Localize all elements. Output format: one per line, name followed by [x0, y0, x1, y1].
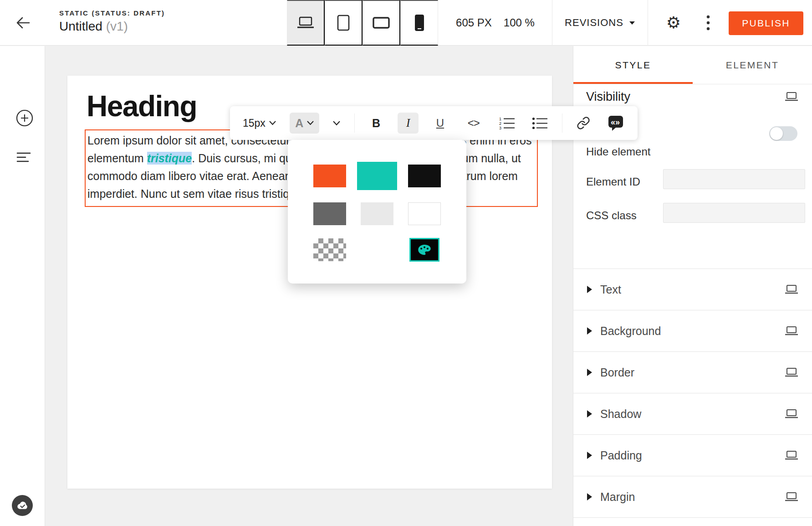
- page-status: STATIC (STATUS: DRAFT): [59, 9, 165, 17]
- color-swatch-light-gray[interactable]: [361, 202, 393, 225]
- underline-button[interactable]: U: [429, 113, 450, 134]
- laptop-icon: [785, 367, 798, 378]
- chevron-right-icon: [587, 410, 592, 418]
- css-class-label: CSS class: [586, 209, 637, 222]
- section-background[interactable]: Background: [573, 310, 812, 352]
- svg-text:2: 2: [499, 121, 501, 126]
- laptop-icon: [785, 409, 798, 419]
- page-builder-app: STATIC (STATUS: DRAFT) Untitled (v1): [0, 0, 812, 526]
- layers-icon: [15, 151, 32, 163]
- quote-button[interactable]: «»: [604, 113, 628, 134]
- text-format-toolbar: 15px A B I U <> 1 2 3: [230, 106, 638, 140]
- text-color-picker-popup: [288, 140, 466, 284]
- panel-tabs: STYLE ELEMENT: [573, 46, 812, 84]
- section-padding[interactable]: Padding: [573, 435, 812, 476]
- tablet-landscape-icon: [373, 17, 390, 29]
- revisions-dropdown[interactable]: REVISIONS: [552, 0, 648, 46]
- color-swatch-teal[interactable]: [357, 162, 397, 190]
- section-border[interactable]: Border: [573, 352, 812, 393]
- back-button[interactable]: [13, 15, 33, 30]
- italic-button[interactable]: I: [398, 113, 419, 134]
- device-desktop-button[interactable]: [287, 0, 325, 46]
- bullet-list-button[interactable]: [529, 113, 551, 134]
- device-tablet-button[interactable]: [325, 0, 363, 46]
- section-text[interactable]: Text: [573, 269, 812, 310]
- laptop-icon: [785, 492, 798, 502]
- visibility-section-title: Visibility: [586, 90, 630, 104]
- chevron-right-icon: [587, 452, 592, 459]
- section-device-toggle[interactable]: [785, 367, 798, 378]
- page-version: (v1): [106, 19, 128, 33]
- ordered-list-button[interactable]: 1 2 3: [496, 113, 518, 134]
- section-device-toggle[interactable]: [785, 492, 798, 502]
- custom-color-swatch[interactable]: [409, 238, 439, 262]
- color-swatch-black[interactable]: [408, 165, 441, 187]
- chevron-down-icon: [269, 121, 276, 125]
- save-status-indicator: [12, 495, 33, 516]
- add-widget-button[interactable]: [13, 108, 33, 128]
- cloud-check-icon: [16, 501, 29, 511]
- laptop-icon: [785, 284, 798, 295]
- element-id-input[interactable]: [663, 169, 805, 189]
- device-mobile-button[interactable]: [400, 0, 438, 46]
- phone-icon: [414, 14, 424, 31]
- section-shadow[interactable]: Shadow: [573, 393, 812, 435]
- left-toolbar: [0, 46, 45, 526]
- revisions-label: REVISIONS: [565, 17, 623, 29]
- laptop-icon: [785, 450, 798, 461]
- section-label: Background: [600, 325, 661, 338]
- palette-icon: [418, 244, 431, 256]
- more-options-button[interactable]: [698, 0, 719, 46]
- canvas-zoom-value: 100 %: [504, 16, 535, 29]
- svg-text:«»: «»: [611, 118, 620, 127]
- section-device-toggle[interactable]: [785, 326, 798, 336]
- color-swatch-white[interactable]: [408, 202, 441, 225]
- section-label: Text: [600, 283, 621, 296]
- css-class-input[interactable]: [663, 203, 805, 223]
- laptop-icon: [785, 92, 798, 102]
- visibility-device-toggle[interactable]: [785, 92, 798, 102]
- section-label: Margin: [600, 490, 635, 504]
- device-tablet-landscape-button[interactable]: [363, 0, 400, 46]
- chevron-right-icon: [587, 493, 592, 500]
- tab-element[interactable]: ELEMENT: [693, 46, 812, 84]
- svg-text:3: 3: [499, 126, 501, 129]
- color-swatch-orange[interactable]: [313, 165, 346, 187]
- color-swatch-dark-gray[interactable]: [313, 202, 346, 225]
- text-color-dropdown[interactable]: A: [290, 113, 319, 134]
- link-icon: [577, 116, 590, 130]
- caret-down-icon: [629, 21, 635, 25]
- section-device-toggle[interactable]: [785, 409, 798, 419]
- ordered-list-icon: 1 2 3: [499, 117, 516, 129]
- add-circle-icon: [15, 109, 34, 127]
- section-device-toggle[interactable]: [785, 284, 798, 295]
- chevron-down-icon: [333, 121, 340, 126]
- canvas-dimensions: 605 PX 100 %: [439, 0, 552, 46]
- topbar: STATIC (STATUS: DRAFT) Untitled (v1): [0, 0, 812, 46]
- back-arrow-icon: [15, 16, 30, 29]
- publish-button[interactable]: PUBLISH: [729, 11, 803, 35]
- page-title: Untitled (v1): [59, 19, 165, 34]
- page-title-block: STATIC (STATUS: DRAFT) Untitled (v1): [59, 9, 165, 34]
- code-button[interactable]: <>: [462, 113, 485, 134]
- settings-button[interactable]: ⚙: [659, 0, 688, 46]
- chevron-down-icon: [307, 121, 314, 125]
- bold-button[interactable]: B: [366, 113, 387, 134]
- section-margin[interactable]: Margin: [573, 476, 812, 518]
- format-style-dropdown[interactable]: [330, 113, 343, 134]
- hide-element-toggle[interactable]: [769, 126, 797, 141]
- section-device-toggle[interactable]: [785, 450, 798, 461]
- tab-style[interactable]: STYLE: [573, 46, 693, 84]
- laptop-icon: [785, 326, 798, 336]
- chevron-right-icon: [587, 369, 592, 376]
- sections-list-button[interactable]: [13, 147, 33, 167]
- color-swatch-transparent[interactable]: [313, 238, 346, 261]
- canvas-width-value: 605 PX: [456, 16, 492, 29]
- laptop-icon: [296, 16, 315, 30]
- selected-word-highlight: tristique: [147, 152, 192, 165]
- link-button[interactable]: [574, 113, 593, 134]
- element-id-label: Element ID: [586, 175, 640, 188]
- font-size-dropdown[interactable]: 15px: [240, 113, 279, 134]
- text-color-letter: A: [295, 117, 303, 130]
- font-size-value: 15px: [243, 117, 266, 129]
